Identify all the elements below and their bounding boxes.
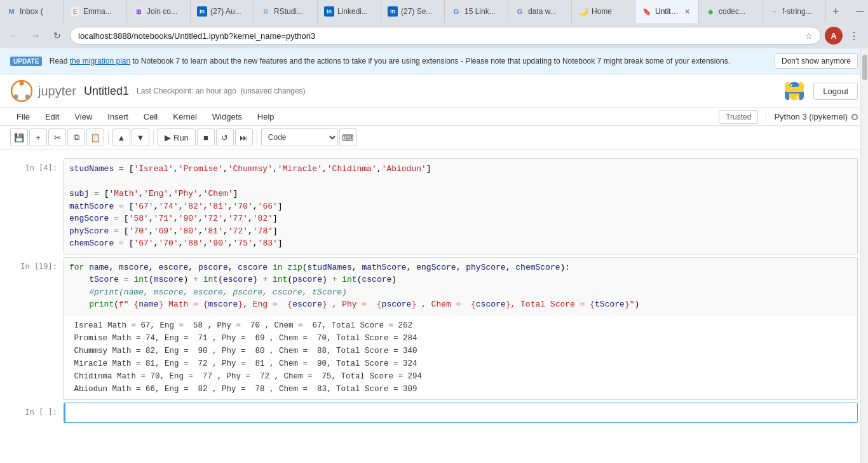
page-scrollbar-track[interactable] (860, 48, 868, 463)
cell-4-input[interactable]: studNames = ['Isreal','Promise','Chummsy… (64, 159, 857, 254)
address-bar-right: A ⋮ (825, 27, 863, 45)
browser-menu-icon[interactable]: ⋮ (845, 27, 863, 45)
python-logo-icon (783, 79, 806, 102)
tab-linkedin1[interactable]: in (27) Au... (191, 0, 254, 23)
unsaved-text: (unsaved changes) (241, 86, 306, 95)
migration-plan-link[interactable]: the migration plan (70, 57, 130, 66)
tab-linkedin2[interactable]: in Linkedi... (318, 0, 381, 23)
run-button[interactable]: ▶ Run (158, 128, 196, 146)
interrupt-button[interactable]: ■ (197, 128, 215, 146)
checkpoint-info: Last Checkpoint: an hour ago (unsaved ch… (137, 86, 306, 95)
cell-type-select[interactable]: Code Markdown Raw NBConvert Heading (261, 128, 338, 146)
update-badge: UPDATE (10, 57, 42, 66)
tab-close-untitled[interactable]: ✕ (682, 6, 692, 17)
cell-empty-inner (65, 410, 76, 415)
tab-inbox[interactable]: M Inbox ( (0, 0, 64, 23)
tab-favicon-rstudio: R (261, 6, 271, 17)
tab-favicon-codec: ◆ (705, 6, 715, 17)
bookmark-icon[interactable]: ☆ (805, 31, 813, 41)
tab-emma[interactable]: E Emma... (64, 0, 127, 23)
kernel-info: Python 3 (ipykernel) (766, 112, 858, 121)
menu-help[interactable]: Help (251, 109, 281, 124)
cell-4: In [4]: studNames = ['Isreal','Promise',… (0, 158, 868, 254)
jupyter-header: jupyter Untitled1 Last Checkpoint: an ho… (0, 74, 868, 108)
restart-run-button[interactable]: ⏭ (235, 128, 253, 146)
tab-favicon-join: ⊞ (133, 6, 144, 17)
tab-label-dataw: data w... (528, 7, 565, 16)
tab-favicon-g1: G (451, 6, 461, 17)
tab-favicon-untitled: 🔖 (642, 6, 652, 17)
svg-point-3 (25, 95, 30, 99)
svg-point-2 (14, 95, 18, 99)
cell-19-input[interactable]: for name, mscore, escore, pscore, cscore… (64, 258, 857, 315)
cell-19-content[interactable]: for name, mscore, escore, pscore, cscore… (64, 257, 858, 400)
tab-label-home: Home (592, 7, 628, 16)
move-down-button[interactable]: ▼ (132, 128, 149, 146)
run-label: Run (173, 133, 189, 142)
tab-label-emma: Emma... (83, 7, 120, 16)
kernel-name: Python 3 (ipykernel) (774, 112, 848, 121)
url-bar[interactable]: localhost:8888/notebooks/Untitled1.ipynb… (70, 27, 821, 45)
move-up-button[interactable]: ▲ (112, 128, 130, 146)
reload-button[interactable]: ↻ (48, 27, 66, 45)
menu-file[interactable]: File (10, 109, 36, 124)
restart-button[interactable]: ↺ (216, 128, 234, 146)
menu-edit[interactable]: Edit (39, 109, 65, 124)
url-icons: ☆ (805, 31, 813, 41)
jupyter-menu: File Edit View Insert Cell Kernel Widget… (0, 108, 868, 126)
tab-label-linkedin1: (27) Au... (210, 7, 247, 16)
menu-widgets[interactable]: Widgets (206, 109, 248, 124)
toolbar-sep3 (257, 130, 257, 145)
tab-codec[interactable]: ◆ codec... (699, 0, 763, 23)
tab-favicon-linkedin1: in (197, 6, 207, 17)
toolbar-sep1 (108, 130, 109, 145)
tab-favicon-emma: E (70, 6, 80, 17)
jupyter-logo: jupyter (10, 79, 76, 102)
dismiss-banner-button[interactable]: Don't show anymore (775, 53, 858, 69)
menu-view[interactable]: View (68, 109, 98, 124)
cut-cell-button[interactable]: ✂ (48, 128, 66, 146)
cell-4-content[interactable]: studNames = ['Isreal','Promise','Chummsy… (64, 158, 858, 254)
tab-join[interactable]: ⊞ Join co... (127, 0, 191, 23)
logout-button[interactable]: Logout (813, 83, 858, 100)
tab-dataw[interactable]: G data w... (508, 0, 572, 23)
jupyter-notebook: jupyter Untitled1 Last Checkpoint: an ho… (0, 74, 868, 463)
save-button[interactable]: 💾 (10, 128, 28, 146)
tab-untitled[interactable]: 🔖 Untitle... ✕ (635, 0, 699, 23)
cell-empty: In [ ]: (0, 403, 868, 423)
cell-4-label: In [4]: (0, 158, 64, 254)
add-cell-button[interactable]: + (29, 128, 47, 146)
run-icon: ▶ (165, 133, 171, 142)
forward-button[interactable]: → (27, 27, 44, 45)
menu-insert[interactable]: Insert (101, 109, 135, 124)
tab-favicon-linkedin2: in (324, 6, 334, 17)
cells-area: In [4]: studNames = ['Isreal','Promise',… (0, 149, 868, 432)
new-tab-button[interactable]: + (826, 5, 846, 18)
cell-empty-content[interactable] (64, 403, 858, 423)
profile-avatar[interactable]: A (825, 27, 843, 45)
menu-cell[interactable]: Cell (137, 109, 164, 124)
keyboard-shortcuts-button[interactable]: ⌨ (339, 128, 357, 146)
tab-g1[interactable]: G 15 Link... (445, 0, 508, 23)
minimize-button[interactable]: — (846, 0, 868, 23)
jupyter-brand-text: jupyter (38, 84, 76, 99)
tab-label-codec: codec... (719, 7, 756, 16)
tab-home[interactable]: 🌙 Home (572, 0, 635, 23)
tab-linkedin3[interactable]: in (27) Se... (381, 0, 445, 23)
tab-fstring[interactable]: → f-string... (763, 0, 826, 23)
notebook-title[interactable]: Untitled1 (84, 85, 129, 98)
tab-rstudio[interactable]: R RStudi... (254, 0, 318, 23)
tab-label-inbox: Inbox ( (20, 7, 57, 16)
svg-point-4 (790, 85, 792, 86)
tab-label-linkedin2: Linkedi... (337, 7, 374, 16)
page-scrollbar-thumb (862, 55, 867, 80)
jupyter-header-right: Logout (783, 79, 858, 102)
tab-favicon-fstring: → (769, 6, 779, 17)
paste-cell-button[interactable]: 📋 (86, 128, 104, 146)
update-text-before: Read (50, 57, 70, 66)
cell-19-label: In [19]: (0, 257, 64, 400)
kernel-status-circle (851, 114, 858, 120)
menu-kernel[interactable]: Kernel (166, 109, 203, 124)
back-button[interactable]: ← (5, 27, 23, 45)
copy-cell-button[interactable]: ⧉ (67, 128, 85, 146)
